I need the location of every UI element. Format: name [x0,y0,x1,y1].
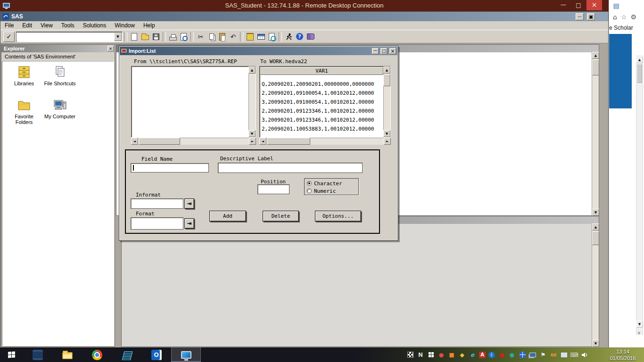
import-preview-list[interactable]: VAR1 Q,20090201,20090201,00000000,000000… [259,66,391,138]
scroll-left-icon[interactable]: ◄ [131,138,138,145]
explorer-close-button[interactable]: × [107,46,114,51]
scrollbar-thumb[interactable] [592,59,599,75]
red-dot-tray-icon[interactable]: ● [498,351,505,359]
menu-item-view[interactable]: View [36,22,57,29]
scroll-left-icon[interactable]: ◄ [259,138,266,145]
settings-gear-icon[interactable]: ⚙ [630,13,636,21]
format-input[interactable] [131,217,183,230]
home-icon[interactable]: ⌂ [613,13,617,21]
position-input[interactable] [257,184,289,194]
favorites-star-icon[interactable]: ☆ [621,13,627,21]
help-icon[interactable]: ? [294,31,305,42]
flag-tray-icon[interactable]: ⚑ [539,351,547,359]
paste-icon[interactable] [217,31,228,42]
check-submit-button[interactable]: ✓ [3,32,15,42]
list-item[interactable]: 2,20090201,10053883,1,00102012,00000 [260,124,383,133]
add-button[interactable]: Add [209,211,246,222]
copy-icon[interactable] [206,31,217,42]
pdf-tray-icon[interactable]: A [479,352,486,358]
search-document-icon[interactable] [266,31,277,42]
sas-titlebar[interactable]: SAS — ▣ [0,12,608,21]
taskbar-outlook-button[interactable]: O [141,347,171,362]
scrollbar-thumb[interactable] [637,64,642,83]
rdp-titlebar[interactable]: SAS_Student - 132.74.1.88 - Remote Deskt… [0,0,609,11]
explorer-item-file-shortcuts[interactable]: File Shortcuts [42,65,78,86]
options-button[interactable]: Options... [315,211,361,222]
scrollbar-thumb[interactable] [139,138,180,145]
windows-tray-icon[interactable] [427,351,435,359]
bluetooth-tray-icon[interactable]: ᛒ [488,352,495,358]
print-icon[interactable] [167,31,178,42]
menu-item-help[interactable]: Help [139,22,159,29]
chevron-down-icon[interactable]: ∨ [637,330,641,335]
rdp-close-button[interactable]: × [586,0,602,10]
taskbar-remote-desktop-button[interactable] [171,347,201,362]
print-preview-icon[interactable] [178,31,189,42]
radio-option-character[interactable]: Character [305,180,358,187]
sas-minimize-button[interactable]: — [576,13,584,20]
taskbar-ie-button[interactable]: ▤ [112,347,141,362]
sas-restore-button[interactable]: ▣ [587,13,595,20]
browser-tab-title[interactable]: e Scholar [609,25,637,32]
menu-item-file[interactable]: File [0,22,18,29]
explorer-item-libraries[interactable]: Libraries [6,65,42,86]
scrollbar-thumb[interactable] [267,138,310,145]
grid-tray-icon[interactable] [519,351,526,359]
scroll-up-icon[interactable]: ▲ [248,66,256,74]
source-list-hscrollbar[interactable]: ◄ ► [131,138,256,145]
open-folder-icon[interactable] [140,31,150,42]
journal-icon[interactable]: ▤ [611,1,622,10]
explorer-titlebar[interactable]: Explorer × [1,45,115,52]
source-list-vscrollbar[interactable]: ▲ ▼ [248,66,256,137]
descriptive-label-input[interactable] [218,163,363,173]
informat-input[interactable] [131,198,183,209]
scroll-down-icon[interactable]: ▼ [248,130,256,137]
browser-scrollbar[interactable]: ▲ ▼ ∨ [636,56,643,335]
explorer-item-my-computer[interactable]: My Computer [42,98,78,119]
preview-list-hscrollbar[interactable]: ◄ ► [259,138,391,145]
command-bar-input[interactable] [17,33,113,41]
list-item[interactable]: 3,20090201,09100054,1,00102012,00000 [260,98,383,107]
scroll-up-icon[interactable]: ▲ [592,52,599,59]
oz-tray-icon[interactable]: oz [550,351,557,359]
taskbar-lenovo-button[interactable] [23,347,52,362]
list-item[interactable]: Q,20090201,20090201,00000000,0000000 [260,80,383,89]
menu-item-solutions[interactable]: Solutions [79,22,110,29]
save-icon[interactable] [150,31,161,42]
cut-icon[interactable]: ✂ [195,31,206,42]
scroll-right-icon[interactable]: ► [384,138,391,145]
import-source-list[interactable]: ▲ ▼ [131,66,256,138]
import-dialog-titlebar[interactable]: Import:List — □ × [120,47,397,55]
radio-option-numeric[interactable]: Numeric [305,187,358,195]
rdp-minimize-button[interactable]: — [556,0,570,11]
orange-square-tray-icon[interactable]: ■ [448,351,455,359]
dialog-maximize-button[interactable]: □ [380,48,387,54]
taskbar-clock[interactable]: 13:14 01/05/2016 [608,348,637,362]
monitor-tray-icon[interactable] [560,351,568,359]
menu-item-tools[interactable]: Tools [57,22,79,29]
start-button[interactable] [0,347,23,362]
volume-tray-icon[interactable] [581,351,588,359]
column-header-var1[interactable]: VAR1 [260,67,383,75]
output-window-scrollbar[interactable]: ▲ ▼ [592,223,599,347]
list-item[interactable]: 2,20090201,09100054,1,00102012,00000 [260,89,383,98]
scroll-right-icon[interactable]: ► [249,138,256,145]
format-dropdown-button[interactable]: ⇥ [184,218,194,229]
scrollbar-thumb[interactable] [383,74,390,86]
shield-tray-icon[interactable]: ◆ [458,351,466,359]
scrollbar-thumb[interactable] [592,231,599,245]
table-icon[interactable] [256,31,266,42]
informat-dropdown-button[interactable]: ⇥ [184,198,194,209]
explorer-item-favorite-folders[interactable]: Favorite Folders [6,98,42,125]
scroll-up-icon[interactable]: ▲ [383,66,390,74]
menu-item-edit[interactable]: Edit [18,22,36,29]
book-icon[interactable] [305,31,316,42]
new-document-icon[interactable] [129,31,140,42]
run-icon[interactable] [283,31,294,42]
menu-item-window[interactable]: Window [110,22,139,29]
checkered-flag-tray-icon[interactable] [406,351,414,359]
delete-button[interactable]: Delete [263,211,299,222]
list-item[interactable]: 2,20090201,09123346,1,00102012,00000 [260,107,383,115]
dialog-close-button[interactable]: × [389,48,396,54]
undo-icon[interactable]: ↶ [228,31,239,42]
